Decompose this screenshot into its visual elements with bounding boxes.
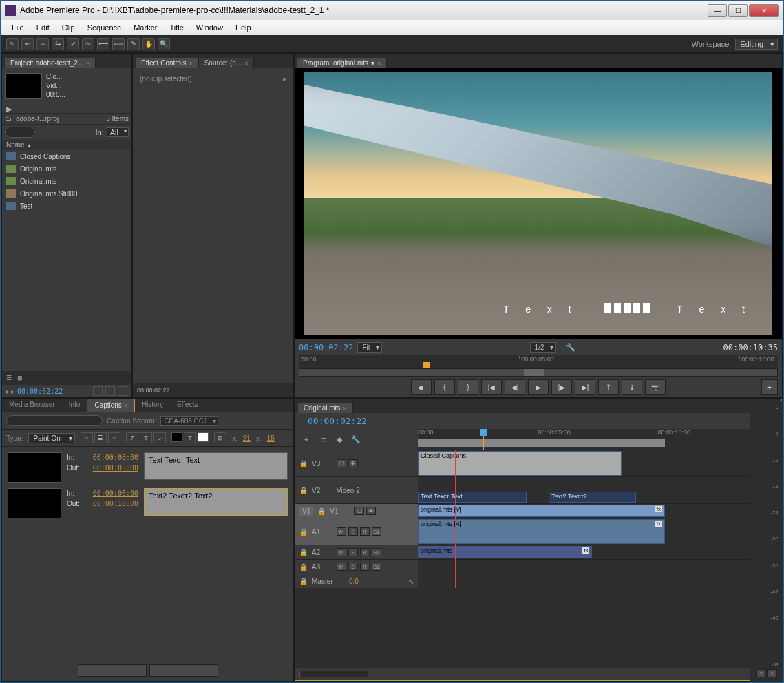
lock-icon[interactable]: 🔒	[299, 528, 308, 536]
master-value[interactable]: 0,0	[349, 578, 359, 585]
tab-media-browser[interactable]: Media Browser	[2, 399, 62, 412]
tab-close-icon[interactable]: ×	[343, 405, 346, 412]
record-button[interactable]: R	[360, 527, 370, 536]
collapse-icon[interactable]: ⤡	[408, 578, 414, 585]
playhead-icon[interactable]	[483, 429, 484, 450]
x-value[interactable]: 21	[243, 434, 251, 442]
ripple-tool-icon[interactable]: ↔	[36, 38, 49, 50]
workspace-dropdown[interactable]: Editing	[735, 39, 778, 50]
bg-color-swatch[interactable]	[171, 432, 182, 442]
linked-selection-icon[interactable]: ⊂	[317, 434, 328, 445]
resolution-dropdown[interactable]: 1/2	[530, 342, 556, 353]
lock-icon[interactable]: 🔒	[299, 578, 308, 585]
list-view-icon[interactable]: ☰	[6, 375, 12, 381]
italic-icon[interactable]: T	[126, 432, 138, 443]
caption-in-tc[interactable]: 00:00:06:00	[93, 490, 138, 497]
record-button[interactable]: R	[360, 548, 370, 556]
timeline-ruler[interactable]: 00:00 00:00:05:00 00:00:10:00 00:00:15	[418, 429, 781, 450]
menu-file[interactable]: File	[6, 22, 30, 33]
underline-icon[interactable]: T	[140, 432, 152, 443]
goto-in-button[interactable]: |◀	[481, 379, 502, 395]
stream-dropdown[interactable]: CEA-608 CC1	[160, 416, 218, 426]
tab-close-icon[interactable]: ×	[377, 60, 381, 67]
caption-out-tc[interactable]: 00:00:10:00	[93, 500, 138, 507]
play-icon[interactable]: ▶	[6, 105, 13, 112]
tab-effects[interactable]: Effects	[170, 399, 204, 412]
tab-program[interactable]: Program: original.mts▾×	[297, 58, 387, 68]
goto-out-button[interactable]: ▶|	[575, 379, 595, 395]
s1-button[interactable]: S1	[372, 527, 381, 536]
mute-button[interactable]: M	[337, 527, 346, 536]
caption-out-tc[interactable]: 00:00:05:00	[93, 464, 138, 472]
clip-video[interactable]: original.mts [V]fx	[418, 505, 665, 517]
tab-close-icon[interactable]: ×	[244, 60, 248, 67]
solo-right-button[interactable]: S	[767, 669, 777, 677]
new-item-icon[interactable]	[105, 386, 115, 396]
rate-stretch-tool-icon[interactable]: ⤢	[67, 38, 79, 50]
menu-window[interactable]: Window	[191, 22, 229, 33]
text-box-icon[interactable]: T	[184, 432, 196, 443]
caption-search-input[interactable]	[6, 415, 103, 426]
s1-button[interactable]: S1	[372, 548, 381, 556]
tab-captions[interactable]: Captions ×	[87, 399, 135, 412]
close-button[interactable]: ✕	[749, 4, 779, 17]
tab-info[interactable]: Info	[62, 399, 87, 412]
pen-tool-icon[interactable]: ✎	[127, 38, 140, 50]
current-timecode[interactable]: 00:00:02:22	[299, 343, 353, 353]
zoom-tool-icon[interactable]: 🔍	[158, 38, 170, 50]
razor-tool-icon[interactable]: ✂	[82, 38, 94, 50]
caption-text-input[interactable]: Text Текст Text	[144, 452, 288, 480]
caption-row[interactable]: In:00:00:06:00 Out:00:00:10:00 Text2 Тек…	[5, 485, 290, 521]
tab-effect-controls[interactable]: Effect Controls×	[136, 58, 199, 68]
project-item[interactable]: Original.mts	[2, 175, 131, 187]
in-point-button[interactable]: {	[434, 379, 455, 395]
marker-tool-icon[interactable]: ◆	[334, 434, 345, 445]
remove-caption-button[interactable]: −	[149, 664, 218, 677]
export-frame-button[interactable]: 📷	[645, 379, 666, 395]
menu-sequence[interactable]: Sequence	[82, 22, 127, 33]
snap-icon[interactable]: ⌖	[301, 434, 312, 445]
lock-icon[interactable]: 🔒	[317, 507, 326, 515]
zoom-slider[interactable]	[299, 671, 368, 677]
tab-close-icon[interactable]: ×	[124, 402, 127, 409]
maximize-button[interactable]: ☐	[728, 4, 748, 17]
type-dropdown[interactable]: Paint-On	[28, 433, 74, 443]
solo-button[interactable]: S	[348, 548, 358, 556]
play-button[interactable]: ▶	[528, 379, 549, 395]
project-search-input[interactable]	[5, 127, 35, 138]
lock-icon[interactable]: 🔒	[299, 460, 308, 467]
project-item[interactable]: Test	[2, 200, 131, 212]
align-right-icon[interactable]: ≡	[108, 432, 120, 443]
v1-patch[interactable]: V1	[299, 507, 313, 516]
minimize-button[interactable]: —	[708, 4, 727, 17]
align-center-icon[interactable]: ≣	[94, 432, 107, 443]
lock-icon[interactable]: 🔒	[299, 487, 308, 494]
add-button[interactable]: +	[761, 379, 778, 395]
clip-caption-1[interactable]: Text Текст Text	[418, 492, 527, 503]
clip-audio[interactable]: original.mtsfx	[418, 546, 592, 558]
tab-close-icon[interactable]: ×	[86, 60, 89, 67]
toggle-output-icon[interactable]: ☐	[354, 507, 364, 515]
playhead-marker[interactable]	[423, 362, 430, 368]
project-item[interactable]: Original.mts.Still00	[2, 187, 131, 200]
eye-icon[interactable]: 👁	[348, 459, 358, 467]
menu-edit[interactable]: Edit	[31, 22, 55, 33]
selection-tool-icon[interactable]: ↖	[6, 38, 19, 50]
solo-left-button[interactable]: S	[756, 669, 766, 677]
tab-source[interactable]: Source: (n...×	[199, 58, 255, 68]
project-item[interactable]: Original.mts	[2, 162, 131, 175]
solo-button[interactable]: S	[348, 527, 358, 536]
music-icon[interactable]: ♪	[153, 432, 166, 443]
rolling-tool-icon[interactable]: ⇆	[52, 38, 64, 50]
menu-title[interactable]: Title	[164, 22, 189, 33]
slide-tool-icon[interactable]: ⟺	[112, 38, 125, 50]
lock-icon[interactable]: 🔒	[299, 549, 308, 556]
s1-button[interactable]: S1	[372, 563, 381, 571]
eye-icon[interactable]: 👁	[366, 507, 376, 515]
clip-audio[interactable]: original.mts [A]fx	[418, 519, 665, 544]
slip-tool-icon[interactable]: ⟷	[97, 38, 109, 50]
tab-close-icon[interactable]: ×	[189, 60, 192, 67]
chevron-down-icon[interactable]: ▾	[371, 59, 374, 67]
tab-history[interactable]: History	[135, 399, 170, 412]
solo-button[interactable]: S	[348, 563, 358, 571]
